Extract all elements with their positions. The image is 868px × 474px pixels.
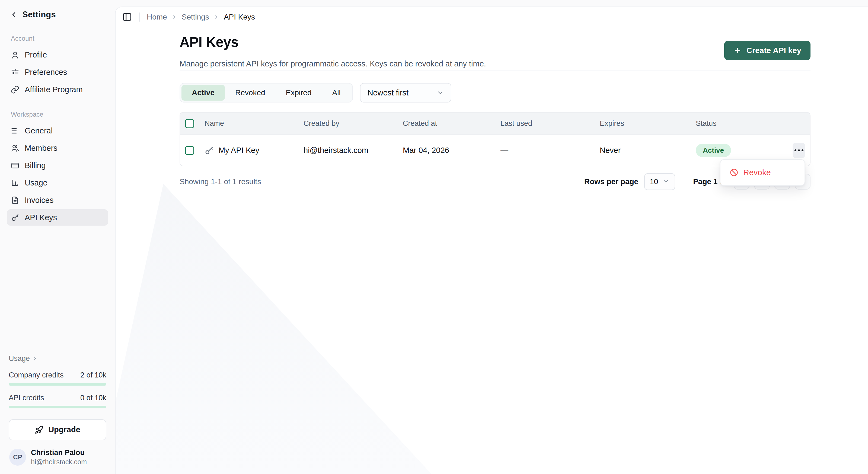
column-header-last-used: Last used [500,119,600,128]
sidebar-item-api-keys[interactable]: API Keys [7,209,108,226]
company-credits-progressbar [9,383,106,386]
meter-value: 2 of 10k [80,371,106,379]
sidebar-item-label: API Keys [25,213,57,222]
results-count: Showing 1-1 of 1 results [180,177,261,186]
tab-revoked[interactable]: Revoked [225,85,276,101]
column-header-created-by: Created by [304,119,403,128]
table-row: My API Key hi@theirstack.com Mar 04, 202… [180,135,810,166]
company-credits-meter: Company credits 2 of 10k [9,371,106,386]
settings-sidebar: Settings Account Profile Preferences Aff… [0,0,115,474]
users-icon [11,144,19,152]
create-api-key-label: Create API key [746,46,801,55]
section-label-account: Account [11,35,108,42]
user-icon [11,51,19,59]
main-panel: Home Settings API Keys API Keys Manage p… [115,6,868,474]
sort-order-value: Newest first [368,88,408,97]
column-header-expires: Expires [600,119,696,128]
column-header-created-at: Created at [403,119,500,128]
sidebar-item-label: General [25,126,53,135]
tab-expired[interactable]: Expired [276,85,322,101]
link-icon [11,86,19,94]
row-checkbox[interactable] [185,146,194,155]
api-key-expires: Never [600,146,696,155]
api-credits-progressbar [9,406,106,408]
sidebar-item-profile[interactable]: Profile [7,46,108,63]
api-key-name: My API Key [219,146,259,155]
rocket-icon [35,425,43,434]
rows-per-page-select[interactable]: 10 [644,173,675,190]
sidebar-back-header[interactable]: Settings [7,8,108,21]
sidebar-item-affiliate-program[interactable]: Affiliate Program [7,81,108,98]
sidebar-item-label: Billing [25,161,45,170]
sidebar-usage-summary: Usage Company credits 2 of 10k API credi… [7,354,108,467]
bar-chart-icon [11,179,19,187]
sidebar-item-members[interactable]: Members [7,140,108,156]
user-name: Christian Palou [31,448,87,457]
chevron-right-icon [214,14,219,20]
sidebar-item-label: Invoices [25,196,54,205]
sidebar-item-usage[interactable]: Usage [7,175,108,191]
chevron-right-icon [172,14,177,20]
ellipsis-icon [795,150,796,151]
page-description: Manage persistent API keys for programma… [180,59,486,68]
rows-per-page-label: Rows per page [584,177,638,186]
table-header-row: Name Created by Created at Last used Exp… [180,113,810,135]
sidebar-item-label: Preferences [25,68,67,77]
sidebar-item-invoices[interactable]: Invoices [7,192,108,208]
section-label-workspace: Workspace [11,110,108,118]
list-icon [11,127,19,135]
ban-icon [730,168,738,177]
chevron-left-icon [10,10,18,19]
key-icon [11,213,19,222]
chevron-right-icon [32,355,38,361]
sidebar-item-label: Usage [25,179,48,187]
chevron-down-icon [437,89,444,96]
tab-active[interactable]: Active [182,85,225,101]
select-all-checkbox[interactable] [185,119,194,128]
file-text-icon [11,196,19,204]
create-api-key-button[interactable]: Create API key [724,41,810,60]
breadcrumb-home[interactable]: Home [147,13,167,22]
sidebar-title: Settings [22,10,56,20]
sidebar-item-general[interactable]: General [7,123,108,139]
upgrade-button-label: Upgrade [48,425,80,434]
upgrade-button[interactable]: Upgrade [9,419,106,440]
table-footer: Showing 1-1 of 1 results Rows per page 1… [180,172,810,191]
column-header-name: Name [205,119,304,128]
breadcrumb-api-keys: API Keys [224,13,255,22]
chevron-down-icon [663,178,670,185]
usage-summary-link[interactable]: Usage [9,354,106,363]
user-account-row[interactable]: CP Christian Palou hi@theirstack.com [9,447,106,467]
breadcrumb: Home Settings API Keys [122,12,255,22]
api-keys-table: Name Created by Created at Last used Exp… [180,112,810,166]
row-actions-menu: Revoke [720,159,805,186]
meter-label: API credits [9,394,44,402]
meter-label: Company credits [9,371,64,379]
sidebar-item-label: Members [25,144,58,153]
breadcrumb-settings[interactable]: Settings [182,13,209,22]
sidebar-item-billing[interactable]: Billing [7,157,108,173]
api-key-created-by: hi@theirstack.com [304,146,403,155]
menu-item-revoke[interactable]: Revoke [743,168,771,177]
api-key-created-at: Mar 04, 2026 [403,146,500,155]
sort-order-select[interactable]: Newest first [360,83,452,102]
breadcrumb-divider [139,12,140,22]
usage-summary-label: Usage [9,354,30,363]
filter-row: Active Revoked Expired All Newest first [180,83,452,102]
rows-per-page-value: 10 [650,177,658,186]
plus-icon [734,46,742,55]
header-divider [180,70,810,71]
status-tablist: Active Revoked Expired All [180,83,353,102]
sidebar-toggle-icon[interactable] [122,12,132,22]
sliders-icon [11,68,19,76]
avatar: CP [9,449,26,466]
sidebar-item-preferences[interactable]: Preferences [7,64,108,80]
row-actions-button[interactable] [793,143,805,158]
key-icon [205,146,214,155]
sidebar-item-label: Affiliate Program [25,85,83,94]
meter-value: 0 of 10k [80,394,106,402]
user-email: hi@theirstack.com [31,458,87,466]
tab-all[interactable]: All [322,85,351,101]
credit-card-icon [11,161,19,170]
column-header-status: Status [696,119,788,128]
